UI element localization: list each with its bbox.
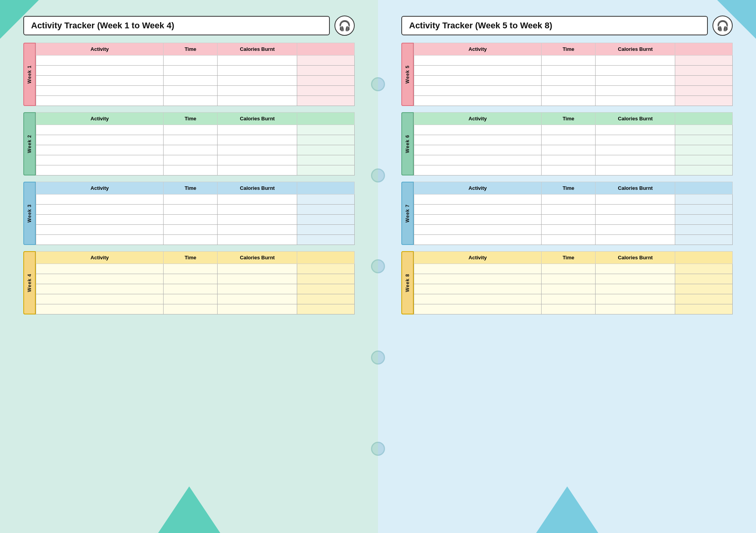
week-6-label-col: Week 6 (401, 112, 414, 175)
week-4-header-activity: Activity (36, 252, 164, 264)
table-row (36, 294, 355, 304)
week-1-label: Week 1 (27, 65, 32, 83)
table-row (414, 274, 733, 284)
week-8-label: Week 8 (405, 274, 410, 292)
table-row (36, 284, 355, 294)
left-title-row: Activity Tracker (Week 1 to Week 4) 🎧 (23, 16, 355, 36)
table-row (36, 135, 355, 145)
hole-r1 (378, 77, 385, 91)
table-row (414, 66, 733, 76)
week-7-header-time: Time (542, 182, 596, 194)
left-ear-icon: 🎧 (334, 16, 355, 36)
table-row (414, 194, 733, 205)
table-row (36, 225, 355, 235)
table-row (414, 125, 733, 135)
table-row (414, 155, 733, 165)
table-row (414, 56, 733, 66)
week-2-table-wrap: Activity Time Calories Burnt (36, 112, 355, 175)
table-row (36, 56, 355, 66)
week-4-table: Activity Time Calories Burnt (36, 251, 355, 314)
week-6-table-wrap: Activity Time Calories Burnt (414, 112, 733, 175)
table-row (36, 145, 355, 155)
week-3-header-extra (297, 182, 355, 194)
triangle-bl-right (536, 486, 598, 533)
week-1-table: Activity Time Calories Burnt (36, 43, 355, 106)
table-row (36, 194, 355, 205)
week-5-header-time: Time (542, 43, 596, 56)
week-2-table: Activity Time Calories Burnt (36, 112, 355, 175)
week-3-table: Activity Time Calories Burnt (36, 182, 355, 245)
week-3-header-activity: Activity (36, 182, 164, 194)
table-row (36, 215, 355, 225)
week-6-section: Week 6 Activity Time Calories Burnt (401, 112, 733, 175)
week-4-section: Week 4 Activity Time Calories Burnt (23, 251, 355, 314)
hole-4 (371, 351, 378, 365)
table-row (414, 76, 733, 86)
week-1-section: Week 1 Activity Time Calories Burnt (23, 43, 355, 106)
right-ear-icon: 🎧 (712, 16, 733, 36)
week-6-header-extra (675, 113, 733, 125)
week-7-header-activity: Activity (414, 182, 542, 194)
week-6-header-calories: Calories Burnt (596, 113, 675, 125)
week-6-header-activity: Activity (414, 113, 542, 125)
hole-3 (371, 259, 378, 273)
week-2-header-calories: Calories Burnt (218, 113, 297, 125)
table-row (414, 86, 733, 96)
week-1-header-time: Time (164, 43, 218, 56)
week-3-label: Week 3 (27, 204, 32, 222)
binder-holes-right (371, 0, 378, 533)
week-8-label-col: Week 8 (401, 251, 414, 314)
week-2-header-extra (297, 113, 355, 125)
table-row (414, 225, 733, 235)
table-row (414, 215, 733, 225)
table-row (36, 304, 355, 314)
week-2-label: Week 2 (27, 135, 32, 153)
week-8-header-calories: Calories Burnt (596, 252, 675, 264)
table-row (36, 125, 355, 135)
left-page-content: Activity Tracker (Week 1 to Week 4) 🎧 We… (0, 0, 378, 336)
hole-1 (371, 77, 378, 91)
week-4-header-calories: Calories Burnt (218, 252, 297, 264)
week-8-table-wrap: Activity Time Calories Burnt (414, 251, 733, 314)
week-5-section: Week 5 Activity Time Calories Burnt (401, 43, 733, 106)
week-2-header-time: Time (164, 113, 218, 125)
right-title: Activity Tracker (Week 5 to Week 8) (401, 16, 708, 35)
table-row (36, 165, 355, 175)
table-row (36, 205, 355, 215)
week-7-header-calories: Calories Burnt (596, 182, 675, 194)
week-2-label-col: Week 2 (23, 112, 36, 175)
table-row (414, 96, 733, 106)
binder-holes-left (378, 0, 385, 533)
hole-r5 (378, 442, 385, 456)
table-row (414, 284, 733, 294)
week-6-label: Week 6 (405, 135, 410, 153)
left-page: Activity Tracker (Week 1 to Week 4) 🎧 We… (0, 0, 378, 533)
table-row (414, 205, 733, 215)
left-title: Activity Tracker (Week 1 to Week 4) (23, 16, 330, 35)
week-5-label: Week 5 (405, 65, 410, 83)
week-1-label-col: Week 1 (23, 43, 36, 106)
table-row (36, 274, 355, 284)
week-4-label-col: Week 4 (23, 251, 36, 314)
week-8-section: Week 8 Activity Time Calories Burnt (401, 251, 733, 314)
week-7-table: Activity Time Calories Burnt (414, 182, 733, 245)
week-3-section: Week 3 Activity Time Calories Burnt (23, 182, 355, 245)
hole-r4 (378, 351, 385, 365)
table-row (36, 76, 355, 86)
week-3-label-col: Week 3 (23, 182, 36, 245)
spread: Activity Tracker (Week 1 to Week 4) 🎧 We… (0, 0, 756, 533)
triangle-br-left (158, 486, 220, 533)
week-8-header-time: Time (542, 252, 596, 264)
week-5-header-activity: Activity (414, 43, 542, 56)
table-row (414, 304, 733, 314)
week-3-table-wrap: Activity Time Calories Burnt (36, 182, 355, 245)
table-row (414, 264, 733, 274)
hole-r2 (378, 168, 385, 182)
week-4-header-extra (297, 252, 355, 264)
week-7-section: Week 7 Activity Time Calories Burnt (401, 182, 733, 245)
right-page: Activity Tracker (Week 5 to Week 8) 🎧 We… (378, 0, 756, 533)
week-2-section: Week 2 Activity Time Calories Burnt (23, 112, 355, 175)
table-row (36, 86, 355, 96)
week-3-header-time: Time (164, 182, 218, 194)
week-4-table-wrap: Activity Time Calories Burnt (36, 251, 355, 314)
